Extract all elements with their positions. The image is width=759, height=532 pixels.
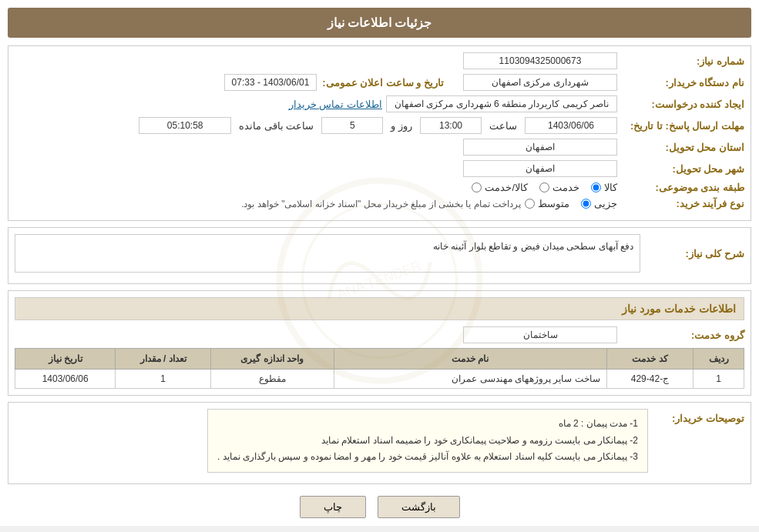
creator-row: ایجاد کننده درخواست: ناصر کریمی کاربردار… bbox=[15, 95, 744, 112]
cell-service-name: ساخت سایر پروژههای مهندسی عمران bbox=[334, 370, 606, 389]
city-label: شهر محل تحویل: bbox=[621, 163, 744, 175]
motavasset-label: متوسط bbox=[538, 198, 569, 209]
kala-label: کالا bbox=[604, 182, 617, 193]
need-desc-row: شرح کلی نیاز: دفع آبهای سطحی میدان فیض و… bbox=[15, 234, 744, 273]
remaining-value: 05:10:58 bbox=[139, 117, 231, 134]
remaining-label-text: ساعت باقی مانده bbox=[239, 120, 314, 132]
category-khedmat[interactable]: خدمت bbox=[539, 182, 579, 193]
col-unit: واحد اندازه گیری bbox=[210, 349, 334, 370]
category-row: طبقه بندی موضوعی: کالا خدمت کالا/خدمت bbox=[15, 182, 744, 193]
cell-unit: مقطوع bbox=[210, 370, 334, 389]
col-quantity: تعداد / مقدار bbox=[116, 349, 210, 370]
col-service-code: کد خدمت bbox=[606, 349, 693, 370]
buyer-notes-content: 1- مدت پیمان : 2 ماه2- پیمانکار می بایست… bbox=[207, 409, 648, 473]
need-desc-label: شرح کلی نیاز: bbox=[652, 248, 744, 259]
dept-value: شهرداری مرکزی اصفهان bbox=[463, 74, 617, 91]
date-value: 1403/06/06 bbox=[525, 117, 617, 134]
process-label: نوع فرآیند خرید: bbox=[621, 198, 744, 209]
province-row: استان محل تحویل: اصفهان bbox=[15, 139, 744, 156]
table-header-row: ردیف کد خدمت نام خدمت واحد اندازه گیری ت… bbox=[15, 349, 744, 370]
category-radio-group: کالا خدمت کالا/خدمت bbox=[472, 182, 617, 193]
cell-date: 1403/06/06 bbox=[15, 370, 116, 389]
jozi-label: جزیی bbox=[594, 198, 617, 209]
need-desc-value: دفع آبهای سطحی میدان فیض و تقاطع بلوار آ… bbox=[15, 234, 640, 273]
days-value: 5 bbox=[321, 117, 383, 134]
kala-khedmat-label: کالا/خدمت bbox=[485, 182, 528, 193]
service-group-row: گروه خدمت: ساختمان bbox=[15, 326, 744, 343]
services-table: ردیف کد خدمت نام خدمت واحد اندازه گیری ت… bbox=[15, 348, 744, 389]
dept-label: نام دستگاه خریدار: bbox=[621, 77, 744, 89]
time-label-text: ساعت bbox=[489, 120, 517, 132]
buyer-notes-section: توصیحات خریدار: 1- مدت پیمان : 2 ماه2- پ… bbox=[8, 402, 751, 484]
print-button[interactable]: چاپ bbox=[300, 496, 366, 518]
response-label: مهلت ارسال پاسخ: تا تاریخ: bbox=[621, 120, 744, 132]
service-group-label: گروه خدمت: bbox=[621, 330, 744, 341]
col-service-name: نام خدمت bbox=[334, 349, 606, 370]
motavasset-radio[interactable] bbox=[525, 199, 535, 209]
process-row: نوع فرآیند خرید: جزیی متوسط پرداخت تمام … bbox=[15, 198, 744, 209]
response-date-row: مهلت ارسال پاسخ: تا تاریخ: 1403/06/06 سا… bbox=[15, 117, 744, 134]
kala-radio[interactable] bbox=[591, 182, 601, 192]
category-label: طبقه بندی موضوعی: bbox=[621, 182, 744, 193]
note-item: 2- پیمانکار می بایست رزومه و صلاحیت پیما… bbox=[217, 433, 638, 450]
cell-service-code: ج-42-429 bbox=[606, 370, 693, 389]
buyer-notes-label: توصیحات خریدار: bbox=[652, 409, 744, 424]
announce-label: تاریخ و ساعت اعلان عمومی: bbox=[321, 77, 444, 89]
page-title: جزئیات اطلاعات نیاز bbox=[8, 8, 751, 38]
creator-value: ناصر کریمی کاربردار منطقه 6 شهرداری مرکز… bbox=[386, 95, 617, 112]
button-row: بازگشت چاپ bbox=[8, 496, 751, 518]
category-kala-khedmat[interactable]: کالا/خدمت bbox=[472, 182, 528, 193]
main-info-section: شماره نیاز: 1103094325000673 نام دستگاه … bbox=[8, 45, 751, 221]
category-kala[interactable]: کالا bbox=[591, 182, 617, 193]
cell-quantity: 1 bbox=[116, 370, 210, 389]
process-motavasset[interactable]: متوسط bbox=[525, 198, 569, 209]
process-jozi[interactable]: جزیی bbox=[581, 198, 617, 209]
need-number-row: شماره نیاز: 1103094325000673 bbox=[15, 52, 744, 69]
dept-announce-row: نام دستگاه خریدار: شهرداری مرکزی اصفهان … bbox=[15, 74, 744, 91]
process-text: پرداخت تمام یا بخشی از مبلغ خریدار محل "… bbox=[15, 199, 521, 209]
services-title: اطلاعات خدمات مورد نیاز bbox=[15, 297, 744, 320]
contact-link[interactable]: اطلاعات تماس خریدار bbox=[289, 99, 382, 110]
table-row: 1 ج-42-429 ساخت سایر پروژههای مهندسی عمر… bbox=[15, 370, 744, 389]
note-item: 3- پیمانکار می بایست کلیه اسناد استعلام … bbox=[217, 449, 638, 466]
kala-khedmat-radio[interactable] bbox=[472, 182, 482, 192]
jozi-radio[interactable] bbox=[581, 199, 591, 209]
col-row-num: ردیف bbox=[694, 349, 744, 370]
back-button[interactable]: بازگشت bbox=[378, 496, 460, 518]
province-label: استان محل تحویل: bbox=[621, 142, 744, 153]
khedmat-label: خدمت bbox=[552, 182, 579, 193]
services-section: اطلاعات خدمات مورد نیاز گروه خدمت: ساختم… bbox=[8, 290, 751, 396]
need-desc-section: شرح کلی نیاز: دفع آبهای سطحی میدان فیض و… bbox=[8, 227, 751, 284]
note-item: 1- مدت پیمان : 2 ماه bbox=[217, 416, 638, 433]
province-value: اصفهان bbox=[463, 139, 617, 156]
khedmat-radio[interactable] bbox=[539, 182, 549, 192]
cell-row-num: 1 bbox=[694, 370, 744, 389]
days-label-text: روز و bbox=[391, 120, 412, 132]
announce-value: 1403/06/01 - 07:33 bbox=[224, 74, 317, 91]
process-radio-group: جزیی متوسط bbox=[525, 198, 617, 209]
col-date: تاریخ نیاز bbox=[15, 349, 116, 370]
city-value: اصفهان bbox=[463, 160, 617, 177]
city-row: شهر محل تحویل: اصفهان bbox=[15, 160, 744, 177]
need-number-value: 1103094325000673 bbox=[463, 52, 617, 69]
buyer-notes-row: توصیحات خریدار: 1- مدت پیمان : 2 ماه2- پ… bbox=[15, 409, 744, 473]
creator-label: ایجاد کننده درخواست: bbox=[621, 99, 744, 110]
need-number-label: شماره نیاز: bbox=[621, 55, 744, 67]
time-value: 13:00 bbox=[420, 117, 482, 134]
service-group-value: ساختمان bbox=[463, 326, 617, 343]
